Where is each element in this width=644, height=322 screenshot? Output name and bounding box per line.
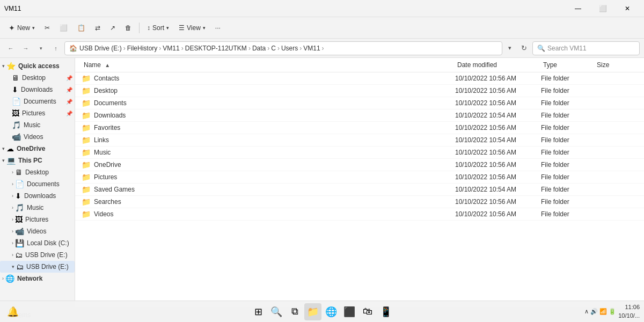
sort-icon: ↕ bbox=[147, 24, 150, 32]
back-button[interactable]: ← bbox=[4, 42, 17, 55]
file-name: OneDrive bbox=[94, 161, 121, 169]
onedrive-chevron-icon: ▾ bbox=[2, 146, 5, 151]
sidebar-item-music-quick[interactable]: 🎵 Music bbox=[0, 119, 75, 131]
recent-locations-button[interactable]: ▾ bbox=[34, 42, 47, 55]
network-chevron-icon: › bbox=[2, 276, 4, 281]
quick-access-section[interactable]: ▾ ⭐ Quick access bbox=[0, 60, 75, 72]
file-name: Saved Games bbox=[94, 186, 135, 193]
sidebar-item-local-disk[interactable]: › 💾 Local Disk (C:) bbox=[0, 237, 75, 249]
table-row[interactable]: 📁 Saved Games 10/10/2022 10:54 AM File f… bbox=[75, 184, 644, 196]
file-list: Name ▲ Date modified Type Size 📁 Contact… bbox=[75, 58, 644, 307]
col-size[interactable]: Size bbox=[595, 60, 638, 70]
sidebar-item-pictures-quick[interactable]: 🖼 Pictures 📌 bbox=[0, 107, 75, 119]
table-row[interactable]: 📁 Searches 10/10/2022 10:56 AM File fold… bbox=[75, 196, 644, 208]
up-button[interactable]: ↑ bbox=[49, 42, 62, 55]
taskbar-center: ⊞ 🔍 ⧉ 📁 🌐 ⬛ 🛍 📱 bbox=[250, 303, 394, 320]
start-button[interactable]: ⊞ bbox=[250, 303, 267, 320]
cut-button[interactable]: ✂ bbox=[40, 20, 54, 36]
sidebar-item-pictures-pc[interactable]: › 🖼 Pictures bbox=[0, 214, 75, 225]
edge-button[interactable]: 🌐 bbox=[323, 303, 340, 320]
table-row[interactable]: 📁 Music 10/10/2022 10:56 AM File folder bbox=[75, 147, 644, 159]
breadcrumb-part-1[interactable]: USB Drive (E:) bbox=[79, 45, 122, 52]
breadcrumb-part-5[interactable]: Data bbox=[252, 45, 266, 52]
sidebar-item-desktop-pc[interactable]: › 🖥 Desktop bbox=[0, 166, 75, 178]
taskbar-notifications-icon[interactable]: 🔔 bbox=[4, 303, 21, 320]
pictures-pc-icon: 🖼 bbox=[15, 215, 23, 224]
teams-button[interactable]: 📱 bbox=[377, 303, 394, 320]
table-row[interactable]: 📁 Desktop 10/10/2022 10:56 AM File folde… bbox=[75, 85, 644, 97]
file-name-cell: 📁 Pictures bbox=[82, 173, 455, 181]
file-type: File folder bbox=[541, 87, 595, 94]
col-type[interactable]: Type bbox=[541, 60, 595, 70]
breadcrumb-part-2[interactable]: FileHistory bbox=[127, 45, 158, 52]
sidebar-item-usb-drive[interactable]: › 🗂 USB Drive (E:) bbox=[0, 249, 75, 261]
sidebar-item-music-pc[interactable]: › 🎵 Music bbox=[0, 202, 75, 214]
quick-access-chevron-icon: ▾ bbox=[2, 63, 5, 69]
copy-icon: ⬜ bbox=[60, 24, 68, 32]
refresh-button[interactable]: ↻ bbox=[517, 42, 530, 55]
breadcrumb-part-7[interactable]: Users bbox=[281, 45, 298, 52]
view-button[interactable]: ☰ View ▾ bbox=[174, 20, 210, 36]
sort-button[interactable]: ↕ Sort ▾ bbox=[143, 20, 173, 36]
sidebar-item-videos-quick[interactable]: 📹 Videos bbox=[0, 131, 75, 143]
folder-icon: 📁 bbox=[82, 123, 91, 132]
sidebar-item-usb-drive-active[interactable]: ▾ 🗂 USB Drive (E:) bbox=[0, 261, 75, 273]
onedrive-section[interactable]: ▾ ☁ OneDrive bbox=[0, 143, 75, 155]
desktop-icon: 🖥 bbox=[12, 74, 19, 82]
sidebar-item-downloads-pc[interactable]: › ⬇ Downloads bbox=[0, 190, 75, 202]
breadcrumb-part-3[interactable]: VM11 bbox=[163, 45, 179, 52]
file-date: 10/10/2022 10:56 AM bbox=[455, 75, 541, 82]
table-row[interactable]: 📁 Contacts 10/10/2022 10:56 AM File fold… bbox=[75, 72, 644, 85]
sidebar-item-downloads-quick[interactable]: ⬇ Downloads 📌 bbox=[0, 84, 75, 96]
this-pc-section[interactable]: ▾ 💻 This PC bbox=[0, 155, 75, 166]
breadcrumb-part-8[interactable]: VM11 bbox=[303, 45, 320, 52]
table-row[interactable]: 📁 Pictures 10/10/2022 10:56 AM File fold… bbox=[75, 171, 644, 184]
col-date[interactable]: Date modified bbox=[455, 60, 541, 70]
sidebar-item-videos-pc[interactable]: › 📹 Videos bbox=[0, 225, 75, 237]
address-dropdown-button[interactable]: ▾ bbox=[504, 41, 515, 55]
new-button[interactable]: ✦ New ▾ bbox=[4, 20, 39, 36]
folder-icon: 📁 bbox=[82, 148, 91, 157]
network-section[interactable]: › 🌐 Network bbox=[0, 273, 75, 284]
table-row[interactable]: 📁 Favorites 10/10/2022 10:56 AM File fol… bbox=[75, 122, 644, 134]
col-name[interactable]: Name ▲ bbox=[82, 60, 455, 70]
search-box[interactable]: 🔍 Search VM11 bbox=[532, 41, 640, 55]
delete-button[interactable]: 🗑 bbox=[121, 20, 136, 36]
maximize-button[interactable]: ⬜ bbox=[590, 0, 615, 17]
table-row[interactable]: 📁 Links 10/10/2022 10:54 AM File folder bbox=[75, 134, 644, 147]
table-row[interactable]: 📁 Downloads 10/10/2022 10:54 AM File fol… bbox=[75, 109, 644, 122]
table-row[interactable]: 📁 OneDrive 10/10/2022 10:56 AM File fold… bbox=[75, 159, 644, 171]
store-button[interactable]: 🛍 bbox=[359, 303, 376, 320]
taskbar-right: ∧ 🔊 📶 🔋 11:06 10/10/... bbox=[584, 303, 640, 320]
this-pc-icon: 💻 bbox=[6, 156, 16, 165]
close-button[interactable]: ✕ bbox=[615, 0, 640, 17]
paste-button[interactable]: 📋 bbox=[73, 20, 90, 36]
home-icon: 🏠 bbox=[69, 45, 77, 52]
sidebar-item-documents-quick[interactable]: 📄 Documents 📌 bbox=[0, 96, 75, 107]
taskview-button[interactable]: ⧉ bbox=[286, 303, 303, 320]
move-button[interactable]: ⇄ bbox=[91, 20, 105, 36]
pin-icon-3: 📌 bbox=[66, 99, 72, 105]
new-label: New bbox=[17, 24, 30, 32]
sidebar-item-desktop-quick[interactable]: 🖥 Desktop 📌 bbox=[0, 72, 75, 84]
terminal-button[interactable]: ⬛ bbox=[341, 303, 358, 320]
copy-button[interactable]: ⬜ bbox=[55, 20, 72, 36]
expand-icon-3: › bbox=[12, 193, 13, 199]
breadcrumb-part-6[interactable]: C bbox=[271, 45, 276, 52]
addressbar: ← → ▾ ↑ 🏠 USB Drive (E:) › FileHistory ›… bbox=[0, 39, 644, 58]
expand-icon-6: › bbox=[12, 229, 13, 234]
taskbar-clock[interactable]: 11:06 10/10/... bbox=[618, 303, 640, 320]
file-date: 10/10/2022 10:56 AM bbox=[455, 99, 541, 107]
minimize-button[interactable]: — bbox=[566, 0, 590, 17]
address-box[interactable]: 🏠 USB Drive (E:) › FileHistory › VM11 › … bbox=[64, 41, 502, 55]
table-row[interactable]: 📁 Documents 10/10/2022 10:56 AM File fol… bbox=[75, 97, 644, 109]
more-button[interactable]: ··· bbox=[211, 20, 225, 36]
sidebar-item-documents-pc[interactable]: › 📄 Documents bbox=[0, 178, 75, 190]
forward-button[interactable]: → bbox=[19, 42, 32, 55]
breadcrumb-part-4[interactable]: DESKTOP-112UTKM bbox=[185, 45, 247, 52]
search-taskbar-button[interactable]: 🔍 bbox=[268, 303, 285, 320]
table-row[interactable]: 📁 Videos 10/10/2022 10:56 AM File folder bbox=[75, 208, 644, 221]
file-explorer-taskbar-button[interactable]: 📁 bbox=[304, 303, 321, 320]
share-button[interactable]: ↗ bbox=[106, 20, 120, 36]
downloads-pc-icon: ⬇ bbox=[15, 192, 21, 200]
